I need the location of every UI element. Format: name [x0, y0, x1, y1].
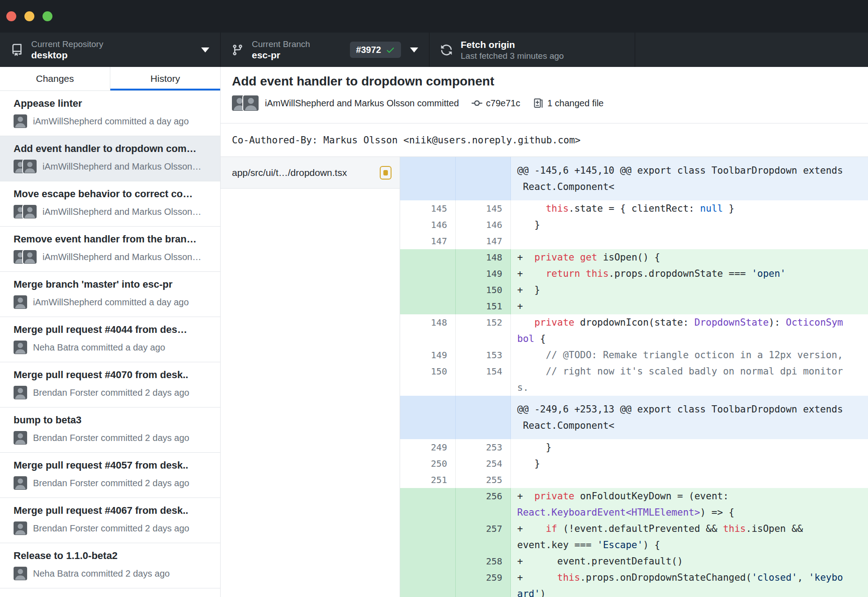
code-line: + return this.props.dropdownState === 'o…: [511, 265, 868, 282]
git-commit-icon: [472, 98, 482, 109]
avatar: [14, 521, 27, 535]
code-line: @@ -145,6 +145,10 @@ export class Toolba…: [511, 157, 868, 200]
fetch-origin-subtitle: Last fetched 3 minutes ago: [461, 51, 564, 61]
code-line: // right now it's scaled badly on normal…: [511, 363, 868, 396]
old-line-number: 149: [400, 347, 456, 363]
commit-list-meta: Brendan Forster committed 2 days ago: [14, 386, 212, 399]
new-line-number: [456, 396, 511, 439]
file-path: app/src/ui/t…/dropdown.tsx: [232, 167, 380, 178]
old-line-number: [400, 265, 456, 282]
commit-list-meta-text: iAmWillShepherd committed a day ago: [33, 116, 189, 127]
commit-list-item[interactable]: Appease linteriAmWillShepherd committed …: [0, 91, 220, 136]
file-list-item[interactable]: app/src/ui/t…/dropdown.tsx: [221, 157, 400, 189]
fetch-origin-title: Fetch origin: [461, 39, 564, 51]
commit-list-title: Move escape behavior to correct co…: [14, 188, 212, 200]
diff-row: 151+: [400, 298, 868, 314]
commit-list-meta: Brendan Forster committed 2 days ago: [14, 476, 212, 490]
repo-icon: [11, 44, 23, 56]
zoom-window-button[interactable]: [42, 11, 52, 21]
commit-list-item[interactable]: bump to beta3Brendan Forster committed 2…: [0, 407, 220, 453]
commit-list-item[interactable]: Release to 1.1.0-beta2Neha Batra committ…: [0, 543, 220, 588]
avatar: [14, 295, 27, 309]
commit-list-item[interactable]: Remove event handler from the bran…iAmWi…: [0, 227, 220, 272]
new-line-number: 257: [456, 521, 511, 553]
tab-changes[interactable]: Changes: [0, 67, 110, 90]
commit-list-title: Merge pull request #4067 from desk..: [14, 505, 212, 516]
code-line: }: [511, 455, 868, 472]
new-line-number: 255: [456, 472, 511, 488]
current-repository-button[interactable]: Current Repository desktop: [0, 33, 221, 67]
commit-list-item[interactable]: Add event handler to dropdown com…iAmWil…: [0, 136, 220, 181]
tab-history[interactable]: History: [110, 67, 220, 90]
commit-list-item[interactable]: Merge branch 'master' into esc-priAmWill…: [0, 272, 220, 317]
close-window-button[interactable]: [6, 11, 16, 21]
chevron-down-icon: [201, 47, 209, 52]
diff-row: 149+ return this.props.dropdownState ===…: [400, 265, 868, 282]
commit-list-title: Remove event handler from the bran…: [14, 233, 212, 245]
code-line: + private get isOpen() {: [511, 249, 868, 265]
file-diff-icon: [533, 98, 544, 109]
git-branch-icon: [231, 44, 244, 56]
commit-list-title: Merge pull request #4057 from desk..: [14, 460, 212, 471]
avatar: [14, 476, 27, 490]
minimize-window-button[interactable]: [24, 11, 34, 21]
diff-row: 258+ event.preventDefault(): [400, 553, 868, 569]
pull-request-badge[interactable]: #3972: [350, 42, 401, 58]
avatar: [14, 386, 27, 399]
commit-list-meta: iAmWillShepherd committed a day ago: [14, 114, 212, 128]
avatar: [14, 250, 37, 264]
commit-list-item[interactable]: Merge pull request #4058 from des…: [0, 588, 220, 597]
commit-sha: c79e71c: [486, 98, 520, 109]
diff-row: 256+ private onFoldoutKeyDown = (event: …: [400, 488, 868, 521]
diff-row: 148152 private dropdownIcon(state: Dropd…: [400, 314, 868, 347]
changed-files-count: 1 changed file: [547, 98, 604, 109]
window-titlebar: [0, 0, 868, 33]
commit-list-item[interactable]: Merge pull request #4067 from desk..Bren…: [0, 498, 220, 543]
old-line-number: 250: [400, 455, 456, 472]
tab-bar: ChangesHistory: [0, 67, 220, 91]
pull-request-number: #3972: [356, 45, 381, 55]
current-branch-button[interactable]: Current Branch esc-pr #3972: [221, 33, 429, 67]
diff-row: 250254 }: [400, 455, 868, 472]
avatar: [14, 114, 27, 128]
commit-list-item[interactable]: Merge pull request #4044 from des…Neha B…: [0, 317, 220, 362]
avatar: [23, 205, 37, 218]
commit-list-meta-text: iAmWillShepherd and Markus Olsson…: [42, 207, 201, 217]
github-desktop-window: Current Repository desktop Current Branc…: [0, 0, 868, 597]
commit-list-item[interactable]: Move escape behavior to correct co…iAmWi…: [0, 181, 220, 227]
old-line-number: 251: [400, 472, 456, 488]
commit-list-meta: Brendan Forster committed 2 days ago: [14, 431, 212, 445]
old-line-number: [400, 249, 456, 265]
fetch-origin-button[interactable]: Fetch origin Last fetched 3 minutes ago: [429, 33, 635, 67]
commit-list-meta: Neha Batra committed 2 days ago: [14, 567, 212, 580]
old-line-number: [400, 157, 456, 200]
avatar: [14, 521, 27, 535]
diff-row: 149153 // @TODO: Remake triangle octicon…: [400, 347, 868, 363]
commit-list-meta-text: Neha Batra committed 2 days ago: [33, 569, 170, 579]
commit-list-meta-text: iAmWillShepherd and Markus Olsson…: [42, 252, 201, 262]
commit-author-avatars: [232, 95, 259, 111]
new-line-number: 154: [456, 363, 511, 396]
new-line-number: [456, 157, 511, 200]
code-line: [511, 233, 868, 249]
commit-list-item[interactable]: Merge pull request #4070 from desk..Bren…: [0, 362, 220, 407]
code-line: // @TODO: Remake triangle octicon in a 1…: [511, 347, 868, 363]
current-repository-label: Current Repository: [31, 39, 103, 49]
commit-list: Appease linteriAmWillShepherd committed …: [0, 91, 220, 597]
old-line-number: [400, 298, 456, 314]
code-line: private dropdownIcon(state: DropdownStat…: [511, 314, 868, 347]
diff-row: 150154 // right now it's scaled badly on…: [400, 363, 868, 396]
commit-list-title: Appease linter: [14, 98, 212, 109]
avatar: [14, 341, 27, 354]
new-line-number: 259: [456, 569, 511, 597]
current-branch-label: Current Branch: [252, 39, 310, 49]
avatar: [14, 205, 37, 218]
commit-list-item[interactable]: Merge pull request #4057 from desk..Bren…: [0, 453, 220, 498]
old-line-number: [400, 521, 456, 553]
avatar: [23, 250, 37, 264]
toolbar: Current Repository desktop Current Branc…: [0, 33, 868, 67]
old-line-number: [400, 396, 456, 439]
old-line-number: 249: [400, 439, 456, 455]
history-sidebar: ChangesHistory Appease linteriAmWillShep…: [0, 67, 221, 597]
avatar: [14, 431, 27, 445]
